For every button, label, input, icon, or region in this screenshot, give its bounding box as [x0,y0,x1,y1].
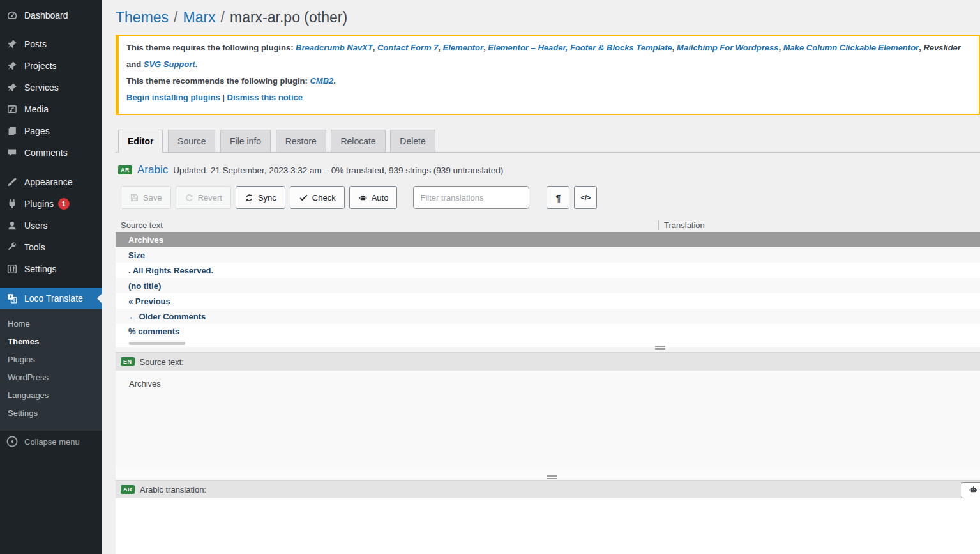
plugin-link[interactable]: Make Column Clickable Elementor [783,43,919,52]
revert-button[interactable]: Revert [176,186,231,209]
sidebar-item-label: Comments [24,148,68,158]
locale-badge-ar: AR [121,485,135,494]
source-string: Archives [128,235,163,245]
column-source-text[interactable]: Source text [116,220,658,230]
table-row[interactable]: « Previous [116,293,980,309]
wordpress-admin: Dashboard Posts Projects Services Media [0,0,980,554]
source-text-area[interactable]: Archives [116,371,980,468]
plugin-link[interactable]: Elementor – Header, Footer & Blocks Temp… [488,43,672,52]
admin-sidebar: Dashboard Posts Projects Services Media [0,0,102,554]
tab-relocate[interactable]: Relocate [331,130,385,153]
splitter-grip[interactable] [655,346,665,350]
begin-installing-plugins-link[interactable]: Begin installing plugins [126,93,220,102]
sidebar-item-label: Users [24,220,48,231]
menu-separator [0,280,102,288]
save-button[interactable]: Save [121,186,171,209]
check-button[interactable]: Check [290,186,345,209]
pane-splitter [116,468,980,480]
plugin-link[interactable]: Mailchimp For Wordpress [677,43,778,52]
auto-button-label: Auto [372,193,389,203]
table-row[interactable]: . All Rights Reserved. [116,263,980,278]
submenu-item-wordpress[interactable]: WordPress [0,368,102,386]
table-row[interactable]: ← Older Comments [116,309,980,324]
sidebar-item-appearance[interactable]: Appearance [0,171,102,193]
sidebar-item-users[interactable]: Users [0,215,102,236]
translation-panel-label: Arabic translation: [140,485,206,495]
breadcrumb-current: marx-ar.po (other) [230,9,347,26]
plugin-link[interactable]: SVG Support [144,59,195,69]
tab-file-info[interactable]: File info [220,130,271,153]
scrollbar-thumb[interactable] [129,342,185,345]
locale-badge-en: EN [121,357,135,366]
sidebar-item-projects[interactable]: Projects [0,55,102,77]
plugin-link[interactable]: Elementor [443,43,484,52]
sidebar-item-tools[interactable]: Tools [0,236,102,258]
notice-text: This theme recommends the following plug… [126,76,310,86]
checkmark-icon [299,193,308,203]
submenu-item-label: Home [8,319,30,328]
column-translation[interactable]: Translation [658,220,980,230]
dismiss-notice-link[interactable]: Dismiss this notice [227,93,303,102]
table-row[interactable]: Size [116,247,980,263]
invisibles-toggle-button[interactable]: ¶ [547,186,569,209]
media-icon [6,103,19,116]
tab-delete[interactable]: Delete [390,130,435,153]
table-row[interactable]: Archives [116,232,980,247]
sidebar-item-settings[interactable]: Settings [0,258,102,280]
tab-restore[interactable]: Restore [276,130,326,153]
plugin-link[interactable]: CMB2 [310,76,333,86]
translation-text-area[interactable] [116,498,980,554]
splitter-grip[interactable] [547,475,557,479]
submenu-item-plugins[interactable]: Plugins [0,350,102,368]
submenu-item-languages[interactable]: Languages [0,386,102,404]
table-row[interactable]: (no title) [116,278,980,293]
notice-text: | [220,93,227,102]
tab-source[interactable]: Source [168,130,215,153]
string-rows: Archives Size . All Rights Reserved. (no… [116,232,980,339]
auto-translate-button[interactable]: Auto [349,186,398,209]
submenu-item-home[interactable]: Home [0,314,102,332]
sidebar-item-services[interactable]: Services [0,77,102,98]
dashboard-icon [6,9,19,22]
sidebar-item-label: Pages [24,126,50,136]
undo-icon [185,193,194,203]
loco-translate-submenu: Home Themes Plugins WordPress Languages … [0,309,102,431]
language-header: AR Arabic Updated: 21 September, 2023 3:… [116,164,980,176]
sidebar-item-dashboard[interactable]: Dashboard [0,4,102,26]
plugin-requirement-notice: This theme requires the following plugin… [116,35,980,115]
plugin-link[interactable]: Contact Form 7 [377,43,438,52]
submenu-item-themes[interactable]: Themes [0,332,102,350]
sidebar-item-plugins[interactable]: Plugins 1 [0,193,102,215]
sidebar-item-posts[interactable]: Posts [0,33,102,55]
source-string: Size [128,250,145,260]
table-row[interactable]: % comments [116,324,980,339]
sidebar-item-comments[interactable]: Comments [0,142,102,164]
plugin-link[interactable]: Breadcrumb NavXT [296,43,373,52]
language-link[interactable]: Arabic [137,164,168,176]
source-text-value: Archives [129,379,161,389]
breadcrumb-link-themes[interactable]: Themes [116,9,169,26]
source-string: « Previous [128,296,170,306]
floppy-icon [130,193,139,203]
sidebar-item-pages[interactable]: Pages [0,120,102,142]
sync-button[interactable]: Sync [236,186,285,209]
submenu-item-settings[interactable]: Settings [0,404,102,422]
sidebar-item-media[interactable]: Media [0,98,102,120]
breadcrumb-link-bundle[interactable]: Marx [183,9,215,26]
pin-icon [6,81,19,94]
plugin-icon [6,197,19,210]
collapse-menu-button[interactable]: Collapse menu [0,431,102,452]
filter-translations-input[interactable] [413,186,529,209]
collapse-menu-label: Collapse menu [24,437,80,447]
sidebar-item-label: Settings [24,264,57,274]
notice-text: , [373,43,377,52]
check-button-label: Check [312,193,336,203]
pin-icon [6,59,19,72]
submenu-item-label: Settings [8,408,38,418]
sidebar-item-label: Tools [24,242,45,252]
sidebar-item-loco-translate[interactable]: Loco Translate [0,288,102,309]
auto-translate-field-button[interactable] [961,482,980,498]
code-view-button[interactable]: </> [574,186,597,209]
editor-toolbar: Save Revert Sync Check Auto ¶ </> [116,186,980,209]
tab-editor[interactable]: Editor [118,130,163,153]
